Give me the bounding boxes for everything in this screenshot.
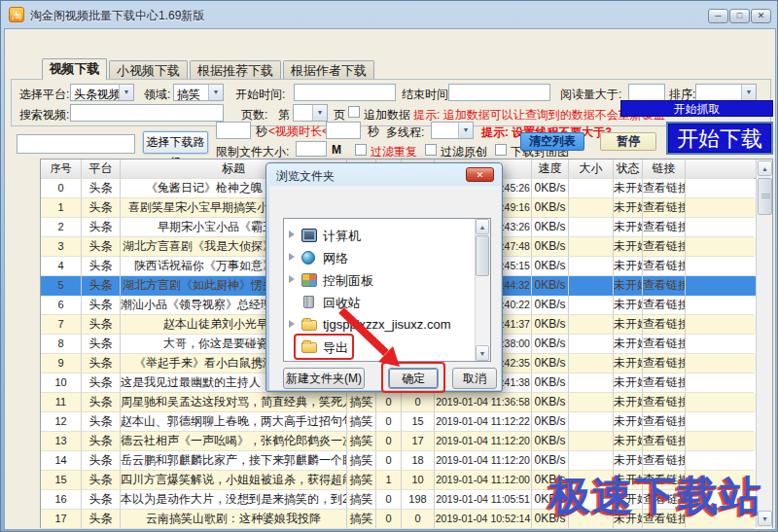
chevron-down-icon[interactable]: ▼ <box>312 105 327 121</box>
chevron-down-icon[interactable]: ▼ <box>208 85 223 100</box>
chevron-down-icon[interactable]: ▼ <box>458 123 473 138</box>
scroll-up-icon[interactable]: ▲ <box>758 160 772 176</box>
cell-cat: 搞笑 <box>347 393 376 412</box>
filter-original-checkbox[interactable] <box>425 144 437 156</box>
choose-path-button[interactable]: 选择下载路径 <box>143 131 208 154</box>
chevron-down-icon[interactable]: ▼ <box>741 85 756 100</box>
cell-c2: 15 <box>402 412 435 432</box>
table-row[interactable]: 11头条周星驰和吴孟达这段对骂，简直经典，笑死人了！搞笑002019-01-04… <box>41 393 772 412</box>
cell-link[interactable]: 查看链接 <box>643 451 686 471</box>
page-select[interactable]: ▼ <box>293 104 328 122</box>
tree-item-label: 控制面板 <box>323 272 373 290</box>
cell-platform: 头条 <box>82 490 121 510</box>
maximize-icon[interactable]: □ <box>729 9 750 23</box>
clear-list-button[interactable]: 清空列表 <box>520 132 584 151</box>
panel-icon <box>301 273 317 287</box>
limit-input[interactable] <box>296 141 327 157</box>
cell-link[interactable]: 查看链接 <box>643 432 686 451</box>
cell-c2: 0 <box>402 393 435 412</box>
tab-1[interactable]: 视频下载 <box>42 58 107 80</box>
duration-min-input[interactable] <box>216 122 251 139</box>
close-icon[interactable]: ✕ <box>751 9 771 23</box>
cell-num: 8 <box>41 335 82 354</box>
cell-link[interactable]: 查看链接 <box>643 276 686 296</box>
site-watermark: 极速下载站 <box>549 469 763 523</box>
cell-link[interactable]: 查看链接 <box>643 257 686 276</box>
scroll-thumb[interactable] <box>758 178 772 215</box>
download-cover-checkbox[interactable] <box>495 144 507 156</box>
cell-link[interactable]: 查看链接 <box>643 179 686 198</box>
tree-item-label: 计算机 <box>323 228 361 245</box>
cell-platform: 头条 <box>82 335 121 354</box>
tab-2[interactable]: 小视频下载 <box>109 60 188 80</box>
tree-scrollbar[interactable]: ▲ ▼ <box>475 219 490 361</box>
threads-select[interactable]: ▼ <box>431 122 474 139</box>
dialog-close-icon[interactable]: ✕ <box>466 167 494 182</box>
start-time-input[interactable] <box>294 84 396 101</box>
cell-speed: 0KB/s <box>532 354 569 373</box>
minimize-icon[interactable]: ─ <box>708 9 728 23</box>
table-row[interactable]: 13头条德云社相声《一声吆喝》，张鹤伦郎鹤炎一次笑个够搞笑0172019-01-… <box>41 432 772 451</box>
start-download-button[interactable]: 开始下载 <box>666 122 773 155</box>
cell-num: 2 <box>41 218 82 237</box>
cell-num: 9 <box>41 354 82 373</box>
cancel-button[interactable]: 取消 <box>452 368 497 389</box>
cell-link[interactable]: 查看链接 <box>643 296 686 315</box>
cell-size <box>569 373 614 393</box>
expander-icon[interactable] <box>289 231 295 238</box>
cell-platform: 头条 <box>82 218 121 237</box>
grab-button[interactable]: 开始抓取 <box>620 100 773 117</box>
cell-title: 德云社相声《一声吆喝》，张鹤伦郎鹤炎一次笑个够 <box>121 432 347 451</box>
filter-duplicate-checkbox[interactable] <box>355 144 367 156</box>
cell-link[interactable]: 查看链接 <box>643 237 686 257</box>
cell-link[interactable]: 查看链接 <box>643 315 686 335</box>
scroll-up-icon[interactable]: ▲ <box>476 219 489 234</box>
end-time-input[interactable] <box>448 84 550 101</box>
table-row[interactable]: 14头条岳云鹏和郭麒麟比家产，接下来郭麒麟一个眼神观众瞬间秒懂！搞笑018201… <box>41 451 772 471</box>
views-input[interactable] <box>628 84 665 101</box>
tree-item-1[interactable]: 计算机 <box>284 225 475 247</box>
cell-num: 5 <box>41 276 82 296</box>
cell-filler <box>686 315 754 335</box>
expander-icon[interactable] <box>289 275 295 283</box>
cell-link[interactable]: 查看链接 <box>643 354 686 373</box>
tab-3[interactable]: 根据推荐下载 <box>190 60 281 80</box>
expander-icon[interactable] <box>289 320 295 328</box>
folder-icon <box>301 320 317 331</box>
duration-max-input[interactable] <box>326 122 361 139</box>
download-path-input[interactable] <box>17 134 135 154</box>
table-row[interactable]: 12头条赵本山、郭德纲聊上春晚，两大高手过招句句精彩，全场掌声不断搞笑01520… <box>41 412 772 432</box>
cell-link[interactable]: 查看链接 <box>643 198 686 218</box>
category-select[interactable]: 搞笑▼ <box>173 84 224 101</box>
cell-size <box>569 354 614 373</box>
tree-item-3[interactable]: 控制面板 <box>284 269 475 292</box>
append-checkbox[interactable] <box>348 106 360 118</box>
chevron-down-icon[interactable]: ▼ <box>119 85 133 100</box>
tree-item-2[interactable]: 网络 <box>284 247 475 269</box>
platform-select[interactable]: 头条视频▼ <box>70 84 134 101</box>
cell-platform: 头条 <box>82 354 121 373</box>
sort-select[interactable]: ▼ <box>695 84 757 101</box>
cell-speed: 0KB/s <box>532 315 569 335</box>
app-logo-icon: 淘 <box>9 7 24 22</box>
scroll-down-icon[interactable]: ▼ <box>476 345 489 361</box>
cell-size <box>569 198 614 218</box>
cell-link[interactable]: 查看链接 <box>643 218 686 237</box>
cell-c2: 10 <box>402 471 435 490</box>
cell-c1: 0 <box>376 393 402 412</box>
tab-4[interactable]: 根据作者下载 <box>283 60 374 80</box>
cell-num: 17 <box>41 510 82 529</box>
scroll-thumb[interactable] <box>476 235 489 276</box>
cell-platform: 头条 <box>82 451 121 471</box>
search-input[interactable] <box>70 104 224 122</box>
pause-button[interactable]: 暂停 <box>600 132 656 151</box>
search-label: 搜索视频: <box>19 107 69 124</box>
cell-link[interactable]: 查看链接 <box>643 393 686 412</box>
cell-speed: 0KB/s <box>532 432 569 451</box>
cell-link[interactable]: 查看链接 <box>643 335 686 354</box>
cell-status: 未开始 <box>614 315 643 335</box>
cell-status: 未开始 <box>614 373 643 393</box>
cell-link[interactable]: 查看链接 <box>643 412 686 432</box>
expander-icon[interactable] <box>289 253 295 261</box>
cell-link[interactable]: 查看链接 <box>643 373 686 393</box>
